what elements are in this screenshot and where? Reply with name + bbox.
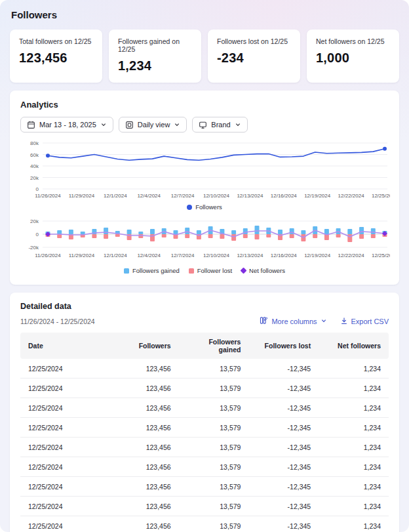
svg-text:12/10/2024: 12/10/2024 (203, 193, 230, 199)
table-cell: 123,456 (109, 477, 179, 497)
table-cell: 12/25/2024 (20, 457, 109, 477)
table-row[interactable]: 12/25/2024123,45613,579-12,3451,234 (20, 516, 389, 532)
table-cell: 13,579 (179, 418, 249, 438)
table-cell: 13,579 (179, 359, 249, 379)
table-row[interactable]: 12/25/2024123,45613,579-12,3451,234 (20, 398, 389, 418)
table-cell: -12,345 (248, 398, 319, 418)
lost-legend-marker (189, 268, 194, 274)
table-cell: 1,234 (319, 477, 389, 497)
table-cell: -12,345 (248, 477, 319, 497)
table-cell: 1,234 (319, 398, 389, 418)
more-columns-label: More columns (271, 317, 317, 325)
detailed-data-card: Detailed data 11/26/2024 - 12/25/2024 Mo… (10, 293, 399, 532)
view-granularity-label: Daily view (138, 121, 170, 129)
table-cell: 12/25/2024 (20, 438, 109, 457)
stat-card-label: Total followers on 12/25 (19, 37, 93, 45)
table-cell: 12/25/2024 (20, 359, 109, 379)
stat-card-value: 1,000 (316, 51, 390, 66)
svg-text:12/7/2024: 12/7/2024 (171, 193, 195, 199)
table-cell: 123,456 (109, 438, 179, 457)
svg-text:40k: 40k (30, 163, 39, 169)
svg-text:12/16/2024: 12/16/2024 (271, 193, 298, 199)
svg-text:20k: 20k (30, 218, 39, 224)
stat-card-value: 123,456 (19, 51, 93, 66)
account-type-label: Brand (211, 121, 230, 129)
table-cell: 1,234 (319, 438, 389, 457)
table-row[interactable]: 12/25/2024123,45613,579-12,3451,234 (20, 379, 389, 398)
table-row[interactable]: 12/25/2024123,45613,579-12,3451,234 (20, 359, 389, 379)
table-date-range: 11/26/2024 - 12/25/2024 (20, 317, 95, 325)
stat-card-value: -234 (217, 51, 291, 66)
table-cell: 13,579 (179, 497, 249, 516)
stat-card: Followers lost on 12/25 -234 (208, 30, 300, 83)
stat-card-label: Followers gained on 12/25 (118, 37, 192, 53)
table-cell: 123,456 (109, 497, 179, 516)
bar-chart-legend: Followers gained Follower lost Net follo… (20, 267, 389, 274)
svg-text:12/19/2024: 12/19/2024 (304, 253, 331, 258)
table-cell: 123,456 (109, 398, 179, 418)
table-cell: 123,456 (109, 379, 179, 398)
svg-text:20k: 20k (30, 175, 39, 181)
svg-text:12/16/2024: 12/16/2024 (271, 253, 298, 258)
export-csv-button[interactable]: Export CSV (340, 317, 389, 326)
more-columns-button[interactable]: More columns (260, 316, 326, 326)
legend-item-followers: Followers (187, 203, 222, 211)
table-cell: -12,345 (248, 497, 319, 516)
columns-icon (260, 316, 268, 326)
svg-text:11/29/2024: 11/29/2024 (69, 193, 95, 199)
svg-text:12/4/2024: 12/4/2024 (137, 193, 161, 199)
date-range-dropdown[interactable]: Mar 13 - 18, 2025 (20, 117, 113, 133)
column-header: Followers gained (179, 333, 249, 359)
table-cell: 123,456 (109, 359, 179, 379)
chevron-down-icon (235, 121, 241, 128)
followers-legend-marker (187, 205, 192, 210)
table-cell: 1,234 (319, 457, 389, 477)
analytics-title: Analytics (20, 100, 389, 110)
table-cell: 12/25/2024 (20, 398, 109, 418)
followers-dashboard: Followers Total followers on 12/25 123,4… (0, 0, 409, 532)
table-cell: 123,456 (109, 457, 179, 477)
table-row[interactable]: 12/25/2024123,45613,579-12,3451,234 (20, 418, 389, 438)
monitor-icon (199, 121, 207, 129)
followers-legend-label: Followers (195, 203, 222, 211)
table-row[interactable]: 12/25/2024123,45613,579-12,3451,234 (20, 457, 389, 477)
line-chart-legend: Followers (20, 203, 389, 211)
download-icon (340, 317, 348, 326)
filters-row: Mar 13 - 18, 2025 Daily view (20, 117, 389, 133)
svg-text:0: 0 (36, 186, 39, 192)
gained-lost-bar-chart: -20k020k11/26/202411/29/202412/1/202412/… (20, 216, 389, 266)
svg-text:-20k: -20k (28, 245, 39, 251)
table-row[interactable]: 12/25/2024123,45613,579-12,3451,234 (20, 497, 389, 516)
table-cell: 123,456 (109, 516, 179, 532)
table-cell: 13,579 (179, 379, 249, 398)
chevron-down-icon (174, 121, 180, 128)
table-cell: 123,456 (109, 418, 179, 438)
view-granularity-dropdown[interactable]: Daily view (119, 117, 187, 133)
account-type-dropdown[interactable]: Brand (192, 117, 247, 133)
table-header-row: DateFollowersFollowers gainedFollowers l… (20, 333, 389, 359)
calendar-icon (27, 121, 35, 129)
table-cell: 1,234 (319, 516, 389, 532)
stat-card: Followers gained on 12/25 1,234 (109, 30, 201, 83)
table-cell: 13,579 (179, 516, 249, 532)
analytics-card: Analytics Mar 13 - 18, 2025 (10, 91, 399, 285)
stat-card-label: Net followers on 12/25 (316, 37, 390, 45)
svg-text:12/4/2024: 12/4/2024 (137, 253, 161, 258)
table-cell: 13,579 (179, 477, 249, 497)
table-cell: -12,345 (248, 379, 319, 398)
table-cell: 12/25/2024 (20, 477, 109, 497)
svg-text:12/7/2024: 12/7/2024 (171, 253, 195, 258)
table-row[interactable]: 12/25/2024123,45613,579-12,3451,234 (20, 438, 389, 457)
svg-text:60k: 60k (30, 152, 39, 158)
table-cell: 1,234 (319, 497, 389, 516)
svg-text:11/26/2024: 11/26/2024 (35, 193, 61, 199)
detailed-data-table: DateFollowersFollowers gainedFollowers l… (20, 333, 389, 532)
table-row[interactable]: 12/25/2024123,45613,579-12,3451,234 (20, 477, 389, 497)
table-cell: -12,345 (248, 516, 319, 532)
legend-item-gained: Followers gained (124, 267, 180, 274)
chevron-down-icon (100, 121, 107, 128)
svg-text:12/25/2024: 12/25/2024 (372, 193, 390, 199)
table-cell: -12,345 (248, 438, 319, 457)
table-cell: 1,234 (319, 359, 389, 379)
column-header: Net followers (319, 333, 389, 359)
